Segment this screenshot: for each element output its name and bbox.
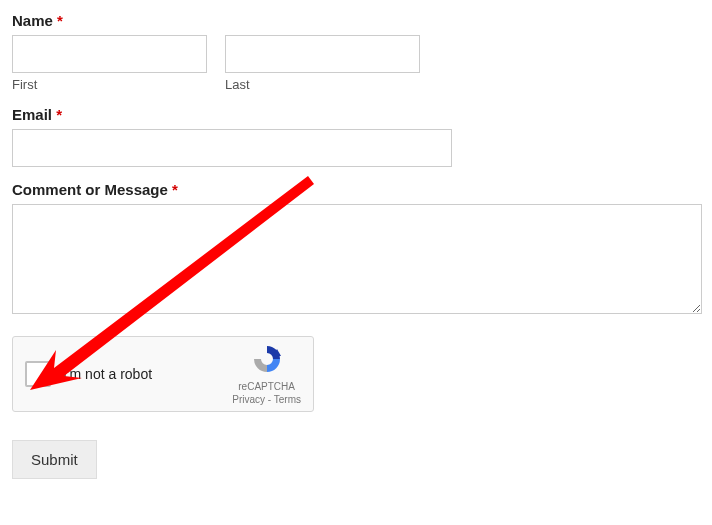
- name-label: Name: [12, 12, 53, 29]
- comment-textarea[interactable]: [12, 204, 702, 314]
- recaptcha-icon: [232, 343, 301, 378]
- name-label-row: Name *: [12, 12, 700, 29]
- name-group: Name * First Last: [12, 12, 700, 92]
- recaptcha-right: reCAPTCHA Privacy - Terms: [232, 343, 301, 406]
- email-wrap: [12, 129, 452, 167]
- recaptcha-brand: reCAPTCHA: [232, 380, 301, 393]
- first-name-col: First: [12, 35, 207, 92]
- recaptcha-checkbox[interactable]: [25, 361, 51, 387]
- recaptcha-sep: -: [265, 394, 274, 405]
- comment-label: Comment or Message: [12, 181, 168, 198]
- recaptcha-label: I'm not a robot: [63, 366, 152, 382]
- first-name-input[interactable]: [12, 35, 207, 73]
- recaptcha-widget: I'm not a robot reCAPTCHA Privacy - Term…: [12, 336, 314, 412]
- submit-button[interactable]: Submit: [12, 440, 97, 479]
- required-asterisk: *: [57, 12, 63, 29]
- required-asterisk: *: [56, 106, 62, 123]
- email-input[interactable]: [12, 129, 452, 167]
- first-name-sublabel: First: [12, 77, 207, 92]
- comment-label-row: Comment or Message *: [12, 181, 700, 198]
- recaptcha-privacy-link[interactable]: Privacy: [232, 394, 265, 405]
- email-label: Email: [12, 106, 52, 123]
- recaptcha-links: Privacy - Terms: [232, 393, 301, 406]
- last-name-input[interactable]: [225, 35, 420, 73]
- last-name-sublabel: Last: [225, 77, 420, 92]
- name-inputs: First Last: [12, 35, 700, 92]
- recaptcha-terms-link[interactable]: Terms: [274, 394, 301, 405]
- required-asterisk: *: [172, 181, 178, 198]
- email-group: Email *: [12, 106, 700, 167]
- last-name-col: Last: [225, 35, 420, 92]
- recaptcha-left: I'm not a robot: [25, 361, 152, 387]
- email-label-row: Email *: [12, 106, 700, 123]
- comment-group: Comment or Message *: [12, 181, 700, 314]
